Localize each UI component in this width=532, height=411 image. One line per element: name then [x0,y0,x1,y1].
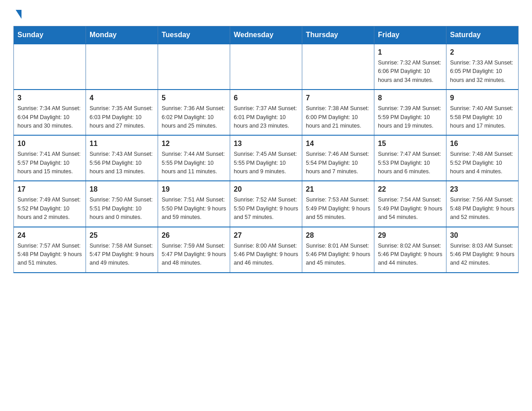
calendar-cell: 20Sunrise: 7:52 AM Sunset: 5:50 PM Dayli… [230,181,302,227]
day-info: Sunrise: 7:40 AM Sunset: 5:58 PM Dayligh… [450,104,515,130]
day-info: Sunrise: 7:49 AM Sunset: 5:52 PM Dayligh… [17,196,82,222]
week-row-4: 17Sunrise: 7:49 AM Sunset: 5:52 PM Dayli… [14,181,519,227]
day-number: 18 [90,184,154,195]
header [13,9,519,18]
day-info: Sunrise: 7:32 AM Sunset: 6:06 PM Dayligh… [378,59,442,85]
day-number: 29 [378,230,442,241]
weekday-header-wednesday: Wednesday [230,26,302,44]
weekday-header-thursday: Thursday [302,26,374,44]
weekday-header-friday: Friday [374,26,446,44]
calendar-cell: 24Sunrise: 7:57 AM Sunset: 5:48 PM Dayli… [14,227,86,273]
day-number: 10 [17,138,82,149]
calendar-cell: 12Sunrise: 7:44 AM Sunset: 5:55 PM Dayli… [158,135,230,181]
day-info: Sunrise: 7:39 AM Sunset: 5:59 PM Dayligh… [378,104,442,130]
calendar-cell: 2Sunrise: 7:33 AM Sunset: 6:05 PM Daylig… [446,44,519,90]
calendar-cell [302,44,374,90]
day-number: 2 [450,47,515,58]
calendar-cell: 10Sunrise: 7:41 AM Sunset: 5:57 PM Dayli… [14,135,86,181]
calendar-cell: 6Sunrise: 7:37 AM Sunset: 6:01 PM Daylig… [230,90,302,135]
day-number: 12 [162,138,226,149]
day-number: 3 [17,93,82,103]
day-info: Sunrise: 8:00 AM Sunset: 5:46 PM Dayligh… [234,242,298,268]
calendar-cell: 11Sunrise: 7:43 AM Sunset: 5:56 PM Dayli… [86,135,158,181]
day-info: Sunrise: 7:45 AM Sunset: 5:55 PM Dayligh… [234,150,298,176]
day-info: Sunrise: 7:59 AM Sunset: 5:47 PM Dayligh… [162,242,226,268]
logo [13,9,21,18]
weekday-header-sunday: Sunday [14,26,86,44]
day-number: 22 [378,184,442,195]
day-number: 27 [234,230,298,241]
calendar-cell: 30Sunrise: 8:03 AM Sunset: 5:46 PM Dayli… [446,227,519,273]
week-row-1: 1Sunrise: 7:32 AM Sunset: 6:06 PM Daylig… [14,44,519,90]
day-number: 5 [162,93,226,103]
calendar-cell: 26Sunrise: 7:59 AM Sunset: 5:47 PM Dayli… [158,227,230,273]
day-number: 19 [162,184,226,195]
day-info: Sunrise: 7:37 AM Sunset: 6:01 PM Dayligh… [234,104,298,130]
calendar-cell: 25Sunrise: 7:58 AM Sunset: 5:47 PM Dayli… [86,227,158,273]
day-info: Sunrise: 7:52 AM Sunset: 5:50 PM Dayligh… [234,196,298,222]
calendar-cell: 27Sunrise: 8:00 AM Sunset: 5:46 PM Dayli… [230,227,302,273]
weekday-header-monday: Monday [86,26,158,44]
day-number: 16 [450,138,515,149]
calendar-cell: 29Sunrise: 8:02 AM Sunset: 5:46 PM Dayli… [374,227,446,273]
day-number: 24 [17,230,82,241]
day-number: 7 [306,93,370,103]
day-number: 8 [378,93,442,103]
calendar-cell: 4Sunrise: 7:35 AM Sunset: 6:03 PM Daylig… [86,90,158,135]
day-info: Sunrise: 7:36 AM Sunset: 6:02 PM Dayligh… [162,104,226,130]
day-info: Sunrise: 7:35 AM Sunset: 6:03 PM Dayligh… [90,104,154,130]
day-number: 30 [450,230,515,241]
day-info: Sunrise: 7:38 AM Sunset: 6:00 PM Dayligh… [306,104,370,130]
day-info: Sunrise: 7:46 AM Sunset: 5:54 PM Dayligh… [306,150,370,176]
day-info: Sunrise: 7:53 AM Sunset: 5:49 PM Dayligh… [306,196,370,222]
week-row-5: 24Sunrise: 7:57 AM Sunset: 5:48 PM Dayli… [14,227,519,273]
calendar-cell: 22Sunrise: 7:54 AM Sunset: 5:49 PM Dayli… [374,181,446,227]
day-number: 15 [378,138,442,149]
calendar-cell: 13Sunrise: 7:45 AM Sunset: 5:55 PM Dayli… [230,135,302,181]
calendar-cell: 3Sunrise: 7:34 AM Sunset: 6:04 PM Daylig… [14,90,86,135]
calendar-cell [158,44,230,90]
day-number: 1 [378,47,442,58]
calendar-cell: 14Sunrise: 7:46 AM Sunset: 5:54 PM Dayli… [302,135,374,181]
weekday-header-saturday: Saturday [446,26,519,44]
calendar-cell: 18Sunrise: 7:50 AM Sunset: 5:51 PM Dayli… [86,181,158,227]
weekday-header-tuesday: Tuesday [158,26,230,44]
calendar-cell: 8Sunrise: 7:39 AM Sunset: 5:59 PM Daylig… [374,90,446,135]
calendar-cell: 23Sunrise: 7:56 AM Sunset: 5:48 PM Dayli… [446,181,519,227]
day-number: 28 [306,230,370,241]
day-info: Sunrise: 7:56 AM Sunset: 5:48 PM Dayligh… [450,196,515,222]
calendar-cell: 7Sunrise: 7:38 AM Sunset: 6:00 PM Daylig… [302,90,374,135]
day-number: 14 [306,138,370,149]
day-number: 23 [450,184,515,195]
calendar-cell: 5Sunrise: 7:36 AM Sunset: 6:02 PM Daylig… [158,90,230,135]
day-info: Sunrise: 7:48 AM Sunset: 5:52 PM Dayligh… [450,150,515,176]
calendar-cell: 9Sunrise: 7:40 AM Sunset: 5:58 PM Daylig… [446,90,519,135]
calendar-cell: 17Sunrise: 7:49 AM Sunset: 5:52 PM Dayli… [14,181,86,227]
day-info: Sunrise: 7:58 AM Sunset: 5:47 PM Dayligh… [90,242,154,268]
day-info: Sunrise: 8:03 AM Sunset: 5:46 PM Dayligh… [450,242,515,268]
weekday-header-row: SundayMondayTuesdayWednesdayThursdayFrid… [14,26,519,44]
day-number: 4 [90,93,154,103]
calendar-cell: 16Sunrise: 7:48 AM Sunset: 5:52 PM Dayli… [446,135,519,181]
calendar-cell [86,44,158,90]
day-number: 25 [90,230,154,241]
day-number: 20 [234,184,298,195]
week-row-2: 3Sunrise: 7:34 AM Sunset: 6:04 PM Daylig… [14,90,519,135]
day-info: Sunrise: 7:47 AM Sunset: 5:53 PM Dayligh… [378,150,442,176]
day-info: Sunrise: 7:50 AM Sunset: 5:51 PM Dayligh… [90,196,154,222]
day-info: Sunrise: 7:51 AM Sunset: 5:50 PM Dayligh… [162,196,226,222]
day-info: Sunrise: 7:54 AM Sunset: 5:49 PM Dayligh… [378,196,442,222]
calendar-cell [230,44,302,90]
day-info: Sunrise: 7:44 AM Sunset: 5:55 PM Dayligh… [162,150,226,176]
day-number: 21 [306,184,370,195]
day-number: 11 [90,138,154,149]
day-number: 17 [17,184,82,195]
calendar-cell: 15Sunrise: 7:47 AM Sunset: 5:53 PM Dayli… [374,135,446,181]
logo-triangle-icon [16,10,21,19]
day-info: Sunrise: 7:41 AM Sunset: 5:57 PM Dayligh… [17,150,82,176]
day-info: Sunrise: 7:34 AM Sunset: 6:04 PM Dayligh… [17,104,82,130]
day-info: Sunrise: 7:43 AM Sunset: 5:56 PM Dayligh… [90,150,154,176]
day-number: 26 [162,230,226,241]
day-info: Sunrise: 8:02 AM Sunset: 5:46 PM Dayligh… [378,242,442,268]
day-number: 6 [234,93,298,103]
